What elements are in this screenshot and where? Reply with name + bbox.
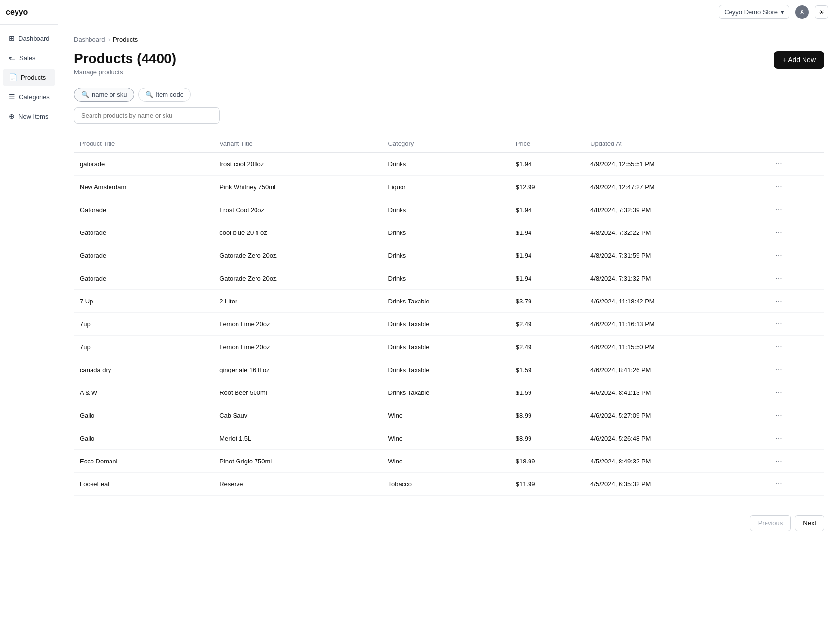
table-row: Gatorade cool blue 20 fl oz Drinks $1.94… [74, 221, 824, 244]
row-more-button[interactable]: ··· [772, 204, 785, 215]
filter-tab-name-or-sku-label: name or sku [92, 91, 127, 98]
sidebar-item-products[interactable]: 📄 Products [3, 69, 55, 86]
cell-actions: ··· [767, 404, 824, 427]
previous-button[interactable]: Previous [750, 515, 791, 531]
cell-price: $12.99 [510, 176, 584, 198]
cell-actions: ··· [767, 221, 824, 244]
row-more-button[interactable]: ··· [772, 364, 785, 375]
cell-actions: ··· [767, 427, 824, 450]
cell-updated-at: 4/8/2024, 7:31:32 PM [584, 267, 767, 290]
cell-product-title: Gatorade [74, 221, 214, 244]
search-icon-2: 🔍 [146, 91, 153, 98]
cell-actions: ··· [767, 176, 824, 198]
cell-price: $1.94 [510, 267, 584, 290]
row-more-button[interactable]: ··· [772, 319, 785, 329]
products-icon: 📄 [9, 73, 17, 81]
breadcrumb-current: Products [113, 36, 138, 43]
filter-tab-name-or-sku[interactable]: 🔍 name or sku [74, 88, 134, 102]
cell-product-title: gatorade [74, 153, 214, 176]
sidebar-item-new-items[interactable]: ⊕ New Items [3, 107, 55, 125]
cell-updated-at: 4/5/2024, 8:49:32 PM [584, 450, 767, 473]
cell-category: Drinks [382, 244, 510, 267]
cell-category: Drinks Taxable [382, 358, 510, 381]
cell-product-title: Gallo [74, 427, 214, 450]
table-row: LooseLeaf Reserve Tobacco $11.99 4/5/202… [74, 473, 824, 496]
cell-price: $1.94 [510, 221, 584, 244]
cell-product-title: Gatorade [74, 244, 214, 267]
cell-category: Drinks Taxable [382, 381, 510, 404]
table-row: canada dry ginger ale 16 fl oz Drinks Ta… [74, 358, 824, 381]
cell-price: $2.49 [510, 313, 584, 336]
col-actions [767, 135, 824, 153]
sidebar-item-dashboard-label: Dashboard [18, 35, 50, 42]
table-row: Gallo Cab Sauv Wine $8.99 4/6/2024, 5:27… [74, 404, 824, 427]
page-title-section: Products (4400) Manage products [74, 51, 176, 76]
page-title: Products (4400) [74, 51, 176, 67]
breadcrumb: Dashboard › Products [74, 36, 824, 43]
cell-updated-at: 4/8/2024, 7:31:59 PM [584, 244, 767, 267]
cell-actions: ··· [767, 153, 824, 176]
sidebar: ceyyo ⊞ Dashboard 🏷 Sales 📄 Products ☰ C… [0, 0, 58, 640]
row-more-button[interactable]: ··· [772, 296, 785, 306]
table-row: A & W Root Beer 500ml Drinks Taxable $1.… [74, 381, 824, 404]
cell-updated-at: 4/8/2024, 7:32:22 PM [584, 221, 767, 244]
filter-tab-item-code-label: item code [156, 91, 183, 98]
row-more-button[interactable]: ··· [772, 387, 785, 398]
cell-category: Wine [382, 404, 510, 427]
table-header-row: Product Title Variant Title Category Pri… [74, 135, 824, 153]
search-row [74, 107, 824, 124]
page-header: Products (4400) Manage products + Add Ne… [74, 51, 824, 76]
row-more-button[interactable]: ··· [772, 410, 785, 421]
cell-product-title: New Amsterdam [74, 176, 214, 198]
row-more-button[interactable]: ··· [772, 433, 785, 444]
row-more-button[interactable]: ··· [772, 159, 785, 169]
cell-variant-title: Gatorade Zero 20oz. [214, 244, 382, 267]
cell-variant-title: frost cool 20floz [214, 153, 382, 176]
cell-actions: ··· [767, 267, 824, 290]
row-more-button[interactable]: ··· [772, 479, 785, 489]
cell-variant-title: ginger ale 16 fl oz [214, 358, 382, 381]
table-row: Gatorade Gatorade Zero 20oz. Drinks $1.9… [74, 244, 824, 267]
row-more-button[interactable]: ··· [772, 456, 785, 466]
col-category: Category [382, 135, 510, 153]
row-more-button[interactable]: ··· [772, 227, 785, 238]
breadcrumb-parent[interactable]: Dashboard [74, 36, 105, 43]
filter-tab-item-code[interactable]: 🔍 item code [138, 88, 191, 102]
cell-updated-at: 4/5/2024, 6:35:32 PM [584, 473, 767, 496]
cell-category: Drinks [382, 267, 510, 290]
row-more-button[interactable]: ··· [772, 273, 785, 284]
cell-product-title: Ecco Domani [74, 450, 214, 473]
cell-category: Drinks [382, 153, 510, 176]
search-icon: 🔍 [81, 91, 89, 98]
next-button[interactable]: Next [795, 515, 824, 531]
sidebar-item-categories[interactable]: ☰ Categories [3, 88, 55, 106]
avatar[interactable]: A [795, 5, 809, 19]
cell-updated-at: 4/6/2024, 11:16:13 PM [584, 313, 767, 336]
cell-product-title: Gatorade [74, 198, 214, 221]
table-header: Product Title Variant Title Category Pri… [74, 135, 824, 153]
new-items-icon: ⊕ [9, 112, 15, 120]
cell-price: $18.99 [510, 450, 584, 473]
search-input[interactable] [74, 107, 220, 124]
cell-price: $11.99 [510, 473, 584, 496]
cell-variant-title: cool blue 20 fl oz [214, 221, 382, 244]
cell-updated-at: 4/8/2024, 7:32:39 PM [584, 198, 767, 221]
row-more-button[interactable]: ··· [772, 250, 785, 261]
sidebar-item-dashboard[interactable]: ⊞ Dashboard [3, 30, 55, 47]
cell-actions: ··· [767, 313, 824, 336]
cell-actions: ··· [767, 244, 824, 267]
sidebar-item-sales[interactable]: 🏷 Sales [3, 49, 55, 67]
sales-icon: 🏷 [9, 54, 16, 62]
sidebar-item-products-label: Products [21, 74, 46, 81]
col-variant-title: Variant Title [214, 135, 382, 153]
row-more-button[interactable]: ··· [772, 181, 785, 192]
cell-category: Drinks [382, 221, 510, 244]
table-row: 7up Lemon Lime 20oz Drinks Taxable $2.49… [74, 313, 824, 336]
cell-updated-at: 4/9/2024, 12:55:51 PM [584, 153, 767, 176]
row-more-button[interactable]: ··· [772, 341, 785, 352]
store-selector[interactable]: Ceyyo Demo Store ▾ [719, 5, 789, 19]
cell-actions: ··· [767, 290, 824, 313]
add-new-button[interactable]: + Add New [774, 51, 824, 69]
sidebar-item-categories-label: Categories [19, 93, 50, 101]
theme-toggle-button[interactable]: ☀ [815, 5, 828, 19]
